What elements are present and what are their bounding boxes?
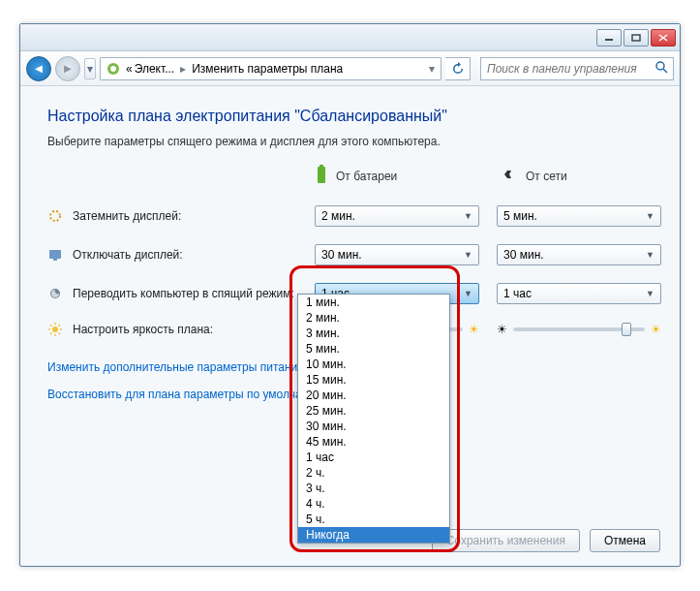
save-button[interactable]: Сохранить изменения [432, 529, 580, 552]
display-off-icon [47, 247, 63, 263]
dropdown-option[interactable]: 10 мин. [298, 357, 449, 372]
row-dim: Затемнить дисплей: [47, 208, 297, 224]
breadcrumb-separator[interactable]: ▸ [176, 62, 190, 76]
svg-point-14 [52, 327, 58, 332]
svg-rect-1 [632, 35, 640, 41]
page-subtitle: Выберите параметры спящего режима и дисп… [47, 135, 653, 148]
brightness-plugged-slider[interactable]: ☀ ☀ [497, 323, 661, 336]
dim-icon [47, 208, 63, 224]
dropdown-option[interactable]: 30 мин. [298, 419, 449, 434]
dropdown-option[interactable]: 3 ч. [298, 481, 449, 496]
svg-rect-9 [320, 165, 323, 167]
dropdown-option[interactable]: 5 мин. [298, 341, 449, 357]
svg-line-7 [663, 69, 667, 73]
sleep-battery-dropdown-list[interactable]: 1 мин.2 мин.3 мин.5 мин.10 мин.15 мин.20… [297, 294, 450, 544]
svg-rect-11 [49, 250, 61, 259]
svg-line-19 [50, 325, 52, 327]
dropdown-option[interactable]: 2 ч. [298, 465, 449, 481]
plug-icon [497, 169, 518, 183]
breadcrumb-part1[interactable]: Элект... [135, 62, 174, 76]
dropdown-option[interactable]: 5 ч. [298, 512, 449, 527]
row-off: Отключать дисплей: [47, 247, 297, 263]
dropdown-option[interactable]: 20 мин. [298, 388, 449, 403]
power-plan-icon [105, 60, 122, 78]
refresh-button[interactable] [445, 57, 471, 80]
row-sleep: Переводить компьютер в спящий режим: [47, 286, 297, 301]
dim-battery-select[interactable]: 2 мин.▼ [315, 205, 479, 227]
dropdown-option[interactable]: 3 мин. [298, 326, 449, 341]
window-frame: ◄ ► ▾ « Элект... ▸ Изменить параметры пл… [19, 23, 681, 567]
dropdown-option[interactable]: 1 час [298, 450, 449, 465]
svg-line-21 [50, 333, 52, 335]
history-dropdown[interactable]: ▾ [84, 58, 96, 79]
address-bar[interactable]: « Элект... ▸ Изменить параметры плана ▾ [100, 57, 441, 80]
breadcrumb-part2[interactable]: Изменить параметры плана [192, 62, 343, 76]
svg-line-22 [59, 325, 61, 327]
titlebar [20, 24, 680, 51]
battery-icon [315, 164, 328, 188]
breadcrumb-prefix: « [126, 62, 133, 76]
brightness-icon [47, 322, 63, 337]
search-box[interactable] [480, 57, 674, 80]
close-button[interactable] [651, 29, 676, 47]
dropdown-option[interactable]: 25 мин. [298, 403, 449, 419]
button-row: Сохранить изменения Отмена [432, 529, 660, 552]
row-brightness: Настроить яркость плана: [47, 322, 297, 337]
svg-line-20 [59, 333, 61, 335]
svg-point-10 [50, 211, 60, 221]
sleep-icon [47, 286, 63, 301]
dropdown-option[interactable]: 4 ч. [298, 496, 449, 512]
svg-point-6 [656, 62, 664, 70]
back-button[interactable]: ◄ [26, 56, 51, 81]
off-battery-select[interactable]: 30 мин.▼ [315, 244, 479, 265]
dropdown-option[interactable]: 1 мин. [298, 295, 449, 310]
dropdown-option[interactable]: 45 мин. [298, 434, 449, 450]
navbar: ◄ ► ▾ « Элект... ▸ Изменить параметры пл… [20, 51, 680, 86]
minimize-button[interactable] [596, 29, 622, 47]
dropdown-option[interactable]: 15 мин. [298, 372, 449, 388]
sun-large-icon: ☀ [651, 323, 661, 336]
dropdown-option[interactable]: Никогда [298, 527, 449, 543]
sleep-plugged-select[interactable]: 1 час▼ [497, 283, 661, 304]
column-battery: От батареи [315, 164, 479, 188]
dropdown-option[interactable]: 2 мин. [298, 310, 449, 326]
forward-button[interactable]: ► [55, 56, 80, 81]
sun-large-icon: ☀ [469, 323, 479, 336]
search-input[interactable] [481, 62, 650, 76]
page-title: Настройка плана электропитания "Сбаланси… [47, 108, 653, 125]
sun-small-icon: ☀ [497, 323, 507, 336]
off-plugged-select[interactable]: 30 мин.▼ [497, 244, 661, 265]
svg-point-5 [110, 66, 116, 72]
address-dropdown[interactable]: ▾ [423, 62, 441, 76]
column-plugged: От сети [497, 169, 661, 183]
cancel-button[interactable]: Отмена [590, 529, 660, 552]
dim-plugged-select[interactable]: 5 мин.▼ [497, 205, 661, 227]
search-icon[interactable] [650, 60, 673, 77]
maximize-button[interactable] [624, 29, 649, 47]
svg-rect-12 [53, 259, 57, 261]
svg-rect-8 [318, 167, 325, 183]
